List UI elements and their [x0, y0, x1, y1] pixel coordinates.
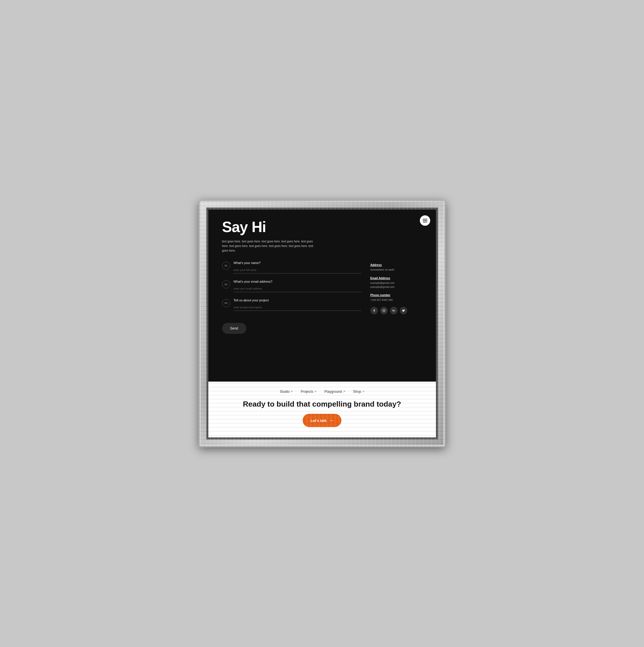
light-section: Studio ↗ Projects ↗ Playground ↗ Shop ↗ … [208, 381, 436, 438]
step-badge-3: 03 [222, 299, 230, 307]
form-contact-row: 01 What's your name? 02 What's [222, 261, 422, 334]
cta-button-wrap: Let's talk → [222, 414, 422, 427]
social-icons-row [371, 307, 422, 314]
facebook-icon[interactable] [371, 307, 378, 314]
form-group-email: 02 What's your email address? [222, 280, 361, 292]
step-badge-1: 01 [222, 262, 230, 270]
step-badge-2: 02 [222, 280, 230, 288]
phone-value: +234 827 8383 399 [371, 298, 422, 302]
email-field-wrap: What's your email address? [234, 280, 361, 292]
nav-projects[interactable]: Projects ↗ [301, 389, 316, 394]
playground-arrow-icon: ↗ [343, 390, 345, 393]
email-value-2: example@gmail.com [371, 285, 422, 289]
project-label: Tell us about your project [234, 298, 361, 302]
nav-playground[interactable]: Playground ↗ [324, 389, 345, 394]
projects-arrow-icon: ↗ [314, 390, 316, 393]
cta-arrow-icon: → [329, 418, 333, 423]
name-input[interactable] [234, 268, 361, 274]
nav-shop[interactable]: Shop ↗ [353, 389, 365, 394]
nav-studio[interactable]: Studio ↗ [279, 389, 293, 394]
svg-rect-0 [383, 309, 385, 312]
email-block: Email Address example@gmail.com example@… [371, 277, 422, 289]
shop-arrow-icon: ↗ [362, 390, 365, 393]
twitter-icon[interactable] [400, 307, 407, 314]
form-group-name: 01 What's your name? [222, 261, 361, 274]
project-input[interactable] [234, 305, 361, 311]
address-value: Somewhere on earth [371, 268, 422, 272]
website-container: Say Hi text goes here. text goes here. t… [207, 208, 438, 439]
email-label: What's your email address? [234, 280, 361, 283]
address-block: Address Somewhere on earth [371, 264, 422, 272]
contact-info: Address Somewhere on earth Email Address… [371, 261, 422, 314]
dark-section: Say Hi text goes here. text goes here. t… [208, 210, 436, 381]
project-field-wrap: Tell us about your project [234, 298, 361, 311]
name-label: What's your name? [234, 261, 361, 265]
form-group-project: 03 Tell us about your project [222, 298, 361, 311]
studio-arrow-icon: ↗ [290, 390, 293, 393]
address-label: Address [371, 264, 422, 267]
email-value-1: example@gmail.com [371, 281, 422, 285]
page-title: Say Hi [222, 219, 422, 235]
svg-point-1 [383, 310, 384, 311]
cta-button[interactable]: Let's talk → [303, 414, 342, 427]
menu-button[interactable] [420, 215, 430, 226]
instagram-icon[interactable] [380, 307, 388, 314]
cta-label: Let's talk [311, 418, 327, 423]
phone-block: Phone number +234 827 8383 399 [371, 294, 422, 302]
cta-heading: Ready to build that compelling brand tod… [222, 400, 422, 409]
send-button[interactable]: Send [222, 323, 246, 334]
svg-point-2 [384, 310, 385, 310]
hero-description: text goes here. text goes here. text goe… [222, 239, 320, 253]
email-input[interactable] [234, 286, 361, 292]
phone-label: Phone number [371, 294, 422, 297]
footer-nav: Studio ↗ Projects ↗ Playground ↗ Shop ↗ [222, 389, 422, 394]
picture-frame: Say Hi text goes here. text goes here. t… [198, 200, 446, 447]
name-field-wrap: What's your name? [234, 261, 361, 274]
behance-icon[interactable] [390, 307, 397, 314]
email-address-label: Email Address [371, 277, 422, 280]
form-left: 01 What's your name? 02 What's [222, 261, 361, 334]
